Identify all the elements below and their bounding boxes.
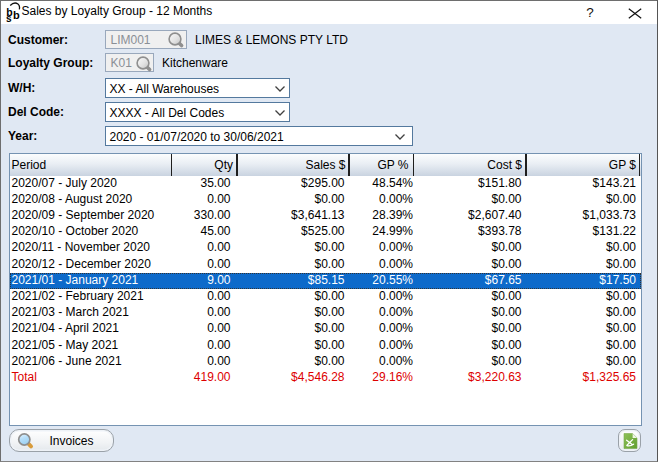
svg-text:s: s bbox=[6, 13, 12, 23]
svg-text:b: b bbox=[13, 9, 20, 21]
